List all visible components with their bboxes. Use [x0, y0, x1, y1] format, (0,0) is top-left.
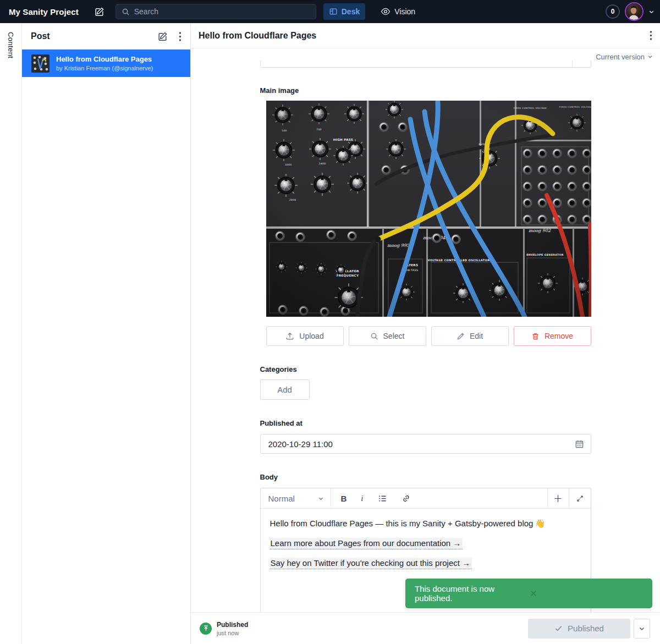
post-item-title: Hello from Cloudflare Pages [56, 55, 153, 63]
plus-icon [553, 494, 563, 503]
bullet-list-button[interactable] [378, 494, 387, 503]
expand-icon [576, 494, 584, 503]
content-rail: Content [0, 23, 22, 644]
publish-button-label: Published [568, 624, 604, 633]
document-pane: Hello from Cloudflare Pages Current vers… [191, 23, 660, 644]
upload-label: Upload [299, 332, 323, 340]
chevron-down-icon [318, 496, 324, 502]
main-image-preview[interactable]: HIGH PASS REGENERATION FIXED CONTROL VOL… [266, 101, 591, 317]
compose-icon [94, 7, 105, 17]
publish-status-title: Published [217, 621, 248, 629]
bold-button[interactable]: B [341, 494, 347, 503]
tab-desk[interactable]: Desk [323, 3, 365, 20]
editor-toolbar: Normal B i [261, 488, 591, 509]
fullscreen-button[interactable] [569, 488, 591, 508]
publish-menu-button[interactable] [634, 619, 650, 639]
post-list-item-selected[interactable]: Hello from Cloudflare Pages by Kristian … [22, 49, 190, 77]
edit-button[interactable]: Edit [431, 326, 509, 346]
post-item-subtitle: by Kristian Freeman (@signalnerve) [56, 65, 153, 71]
published-at-label: Published at [260, 419, 591, 428]
panel-title: Post [31, 31, 50, 41]
document-footer: Published just now Published [191, 612, 660, 644]
body-paragraph: Hello from Cloudflare Pages — this is my… [270, 518, 581, 529]
post-list-panel: Post Hello from Cloudflare Pages by Kris… [22, 23, 191, 644]
post-panel-header: Post [22, 23, 190, 49]
body-link[interactable]: Learn more about Pages from our document… [270, 538, 463, 549]
link-button[interactable] [402, 494, 411, 503]
content-rail-label[interactable]: Content [7, 32, 15, 58]
search-placeholder: Search [134, 7, 158, 16]
version-selector[interactable]: Current version [191, 48, 660, 60]
insert-block-button[interactable] [547, 488, 569, 508]
chevron-down-icon [639, 625, 645, 632]
project-title: My Sanity Project [9, 7, 79, 16]
document-title: Hello from Cloudflare Pages [199, 31, 316, 41]
publish-status-time: just now [217, 630, 248, 636]
presence-badge[interactable]: 0 [606, 4, 620, 19]
body-label: Body [260, 473, 591, 482]
close-icon[interactable] [529, 589, 644, 598]
eye-icon [381, 7, 391, 16]
desk-label: Desk [342, 7, 360, 16]
text-style-select[interactable]: Normal [261, 488, 331, 508]
upload-button[interactable]: Upload [266, 326, 344, 346]
italic-button[interactable]: i [361, 494, 363, 503]
publish-button[interactable]: Published [528, 619, 630, 639]
bullet-list-icon [378, 494, 387, 503]
post-thumbnail [31, 54, 50, 73]
desk-icon [329, 7, 338, 16]
tab-vision[interactable]: Vision [375, 3, 421, 20]
select-label: Select [383, 332, 405, 340]
link-icon [402, 494, 411, 503]
body-link[interactable]: Say hey on Twitter if you're checking ou… [270, 558, 472, 569]
published-at-input[interactable]: 2020-10-29 11:00 [260, 434, 591, 454]
search-input[interactable]: Search [116, 4, 316, 19]
top-navbar: My Sanity Project Search Desk Vision 0 [0, 0, 660, 23]
wave-emoji: 👋 [535, 519, 545, 528]
select-button[interactable]: Select [349, 326, 426, 346]
compose-icon[interactable] [157, 31, 168, 42]
upload-icon [285, 332, 294, 340]
remove-label: Remove [544, 332, 573, 340]
categories-label: Categories [260, 365, 591, 374]
search-icon [370, 332, 378, 340]
pencil-icon [457, 332, 465, 340]
search-icon [122, 8, 130, 16]
check-icon [554, 624, 563, 632]
kebab-menu-icon[interactable] [179, 31, 182, 42]
published-status-icon [200, 623, 212, 635]
vision-label: Vision [394, 7, 415, 16]
document-header: Hello from Cloudflare Pages [191, 23, 660, 48]
editor-content[interactable]: Hello from Cloudflare Pages — this is my… [261, 518, 591, 569]
toast-message: This document is now published. [415, 584, 529, 603]
add-category-button[interactable]: Add [260, 379, 310, 400]
avatar[interactable] [625, 2, 644, 21]
trash-icon [531, 332, 540, 340]
published-at-value: 2020-10-29 11:00 [268, 439, 575, 449]
document-scroll-area: Current version Main image [191, 48, 660, 612]
success-toast: This document is now published. [405, 579, 652, 608]
edit-label: Edit [470, 332, 483, 340]
user-menu-chevron-icon[interactable] [648, 9, 654, 15]
main-image-label: Main image [260, 86, 591, 95]
chevron-down-icon [647, 54, 653, 59]
style-select-value: Normal [268, 494, 318, 503]
kebab-menu-icon[interactable] [650, 30, 652, 41]
new-document-button[interactable] [94, 7, 105, 17]
version-label: Current version [596, 53, 645, 61]
calendar-icon[interactable] [575, 439, 584, 449]
remove-button[interactable]: Remove [514, 326, 591, 346]
